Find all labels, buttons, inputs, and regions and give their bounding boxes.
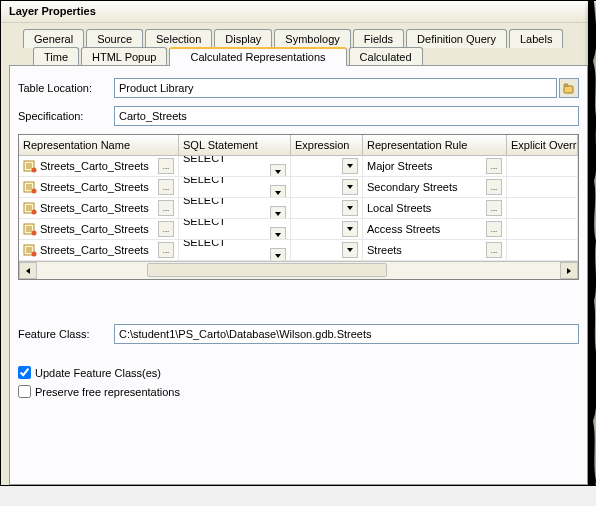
table-location-browse-button[interactable]: [559, 78, 579, 98]
update-feature-class-label: Update Feature Class(es): [35, 367, 161, 379]
tab-symbology[interactable]: Symbology: [274, 29, 350, 48]
rule-text: Local Streets: [367, 202, 486, 214]
tab-display[interactable]: Display: [214, 29, 272, 48]
tab-source[interactable]: Source: [86, 29, 143, 48]
rep-name-ellipsis-button[interactable]: ...: [158, 221, 174, 237]
rep-name: Streets_Carto_Streets: [40, 202, 158, 214]
sql-text: SELECT: [183, 177, 286, 197]
svg-point-16: [32, 210, 37, 215]
expression-dropdown-button[interactable]: [342, 242, 358, 258]
rep-name-ellipsis-button[interactable]: ...: [158, 158, 174, 174]
sql-text: SELECT: [183, 156, 286, 176]
tab-time[interactable]: Time: [33, 47, 79, 66]
svg-rect-1: [564, 84, 568, 86]
tab-calculated-representations[interactable]: Calculated Representations: [169, 47, 346, 66]
feature-class-input[interactable]: C:\student1\PS_Carto\Database\Wilson.gdb…: [114, 324, 579, 344]
tab-fields[interactable]: Fields: [353, 29, 404, 48]
rule-text: Secondary Streets: [367, 181, 486, 193]
sql-dropdown-button[interactable]: [270, 227, 286, 239]
rule-ellipsis-button[interactable]: ...: [486, 221, 502, 237]
scroll-thumb[interactable]: [147, 263, 387, 277]
rep-name: Streets_Carto_Streets: [40, 181, 158, 193]
preserve-free-reps-label: Preserve free representations: [35, 386, 180, 398]
tab-labels[interactable]: Labels: [509, 29, 563, 48]
svg-point-26: [32, 252, 37, 257]
rep-name-ellipsis-button[interactable]: ...: [158, 200, 174, 216]
rule-ellipsis-button[interactable]: ...: [486, 200, 502, 216]
svg-point-21: [32, 231, 37, 236]
table-location-input[interactable]: Product Library: [114, 78, 557, 98]
rule-text: Streets: [367, 244, 486, 256]
tab-general[interactable]: General: [23, 29, 84, 48]
rule-ellipsis-button[interactable]: ...: [486, 179, 502, 195]
rule-ellipsis-button[interactable]: ...: [486, 242, 502, 258]
expression-dropdown-button[interactable]: [342, 179, 358, 195]
sql-text: SELECT: [183, 198, 286, 218]
rep-name-ellipsis-button[interactable]: ...: [158, 179, 174, 195]
tab-html-popup[interactable]: HTML Popup: [81, 47, 167, 66]
table-row[interactable]: Streets_Carto_Streets...SELECT Secondary…: [19, 177, 578, 198]
rep-name: Streets_Carto_Streets: [40, 244, 158, 256]
table-row[interactable]: Streets_Carto_Streets...SELECT Major Str…: [19, 156, 578, 177]
rule-text: Major Streets: [367, 160, 486, 172]
grid-horizontal-scrollbar[interactable]: [19, 261, 578, 279]
sql-dropdown-button[interactable]: [270, 185, 286, 197]
svg-point-11: [32, 189, 37, 194]
representation-icon: [23, 159, 37, 173]
tab-panel: Table Location: Product Library Specific…: [9, 65, 588, 485]
scroll-left-button[interactable]: [19, 262, 37, 279]
table-row[interactable]: Streets_Carto_Streets...SELECT Access St…: [19, 219, 578, 240]
specification-label: Specification:: [18, 110, 114, 122]
col-header-rule[interactable]: Representation Rule: [363, 135, 507, 155]
rep-name: Streets_Carto_Streets: [40, 160, 158, 172]
col-header-expr[interactable]: Expression: [291, 135, 363, 155]
table-row[interactable]: Streets_Carto_Streets...SELECT Streets..…: [19, 240, 578, 261]
expression-dropdown-button[interactable]: [342, 221, 358, 237]
rule-ellipsis-button[interactable]: ...: [486, 158, 502, 174]
rule-text: Access Streets: [367, 223, 486, 235]
window-title: Layer Properties: [1, 1, 596, 23]
col-header-repname[interactable]: Representation Name: [19, 135, 179, 155]
sql-dropdown-button[interactable]: [270, 206, 286, 218]
expression-dropdown-button[interactable]: [342, 158, 358, 174]
scroll-right-button[interactable]: [560, 262, 578, 279]
update-feature-class-checkbox[interactable]: [18, 366, 31, 379]
layer-properties-window: Layer Properties GeneralSourceSelectionD…: [0, 0, 596, 486]
scroll-track[interactable]: [37, 262, 560, 279]
representation-icon: [23, 222, 37, 236]
feature-class-label: Feature Class:: [18, 328, 114, 340]
representation-icon: [23, 201, 37, 215]
representations-grid: Representation Name SQL Statement Expres…: [18, 134, 579, 280]
expression-dropdown-button[interactable]: [342, 200, 358, 216]
representation-icon: [23, 180, 37, 194]
representation-icon: [23, 243, 37, 257]
table-location-label: Table Location:: [18, 82, 114, 94]
col-header-override[interactable]: Explicit Override: [507, 135, 578, 155]
table-row[interactable]: Streets_Carto_Streets...SELECT Local Str…: [19, 198, 578, 219]
sql-text: SELECT: [183, 219, 286, 239]
tab-selection[interactable]: Selection: [145, 29, 212, 48]
preserve-free-reps-checkbox[interactable]: [18, 385, 31, 398]
svg-point-6: [32, 168, 37, 173]
sql-text: SELECT: [183, 240, 286, 260]
sql-dropdown-button[interactable]: [270, 164, 286, 176]
tab-definition-query[interactable]: Definition Query: [406, 29, 507, 48]
specification-input[interactable]: Carto_Streets: [114, 106, 579, 126]
rep-name-ellipsis-button[interactable]: ...: [158, 242, 174, 258]
col-header-sql[interactable]: SQL Statement: [179, 135, 291, 155]
tab-calculated[interactable]: Calculated: [349, 47, 423, 66]
rep-name: Streets_Carto_Streets: [40, 223, 158, 235]
sql-dropdown-button[interactable]: [270, 248, 286, 260]
svg-rect-0: [564, 86, 573, 93]
